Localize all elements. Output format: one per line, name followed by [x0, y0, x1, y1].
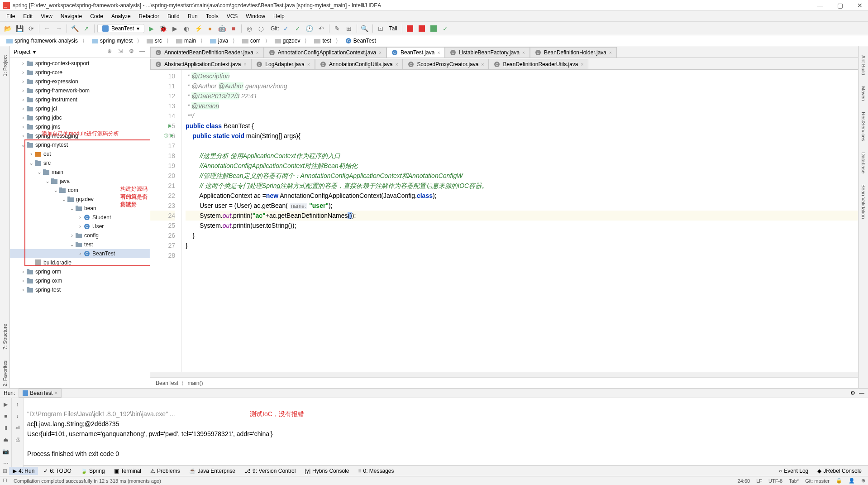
status-indent[interactable]: Tab*: [789, 478, 799, 484]
chevron-down-icon[interactable]: ▾: [33, 49, 36, 55]
breadcrumb-item[interactable]: java: [206, 37, 238, 44]
tree-toggle-icon[interactable]: ⌄: [69, 205, 75, 211]
tree-toggle-icon[interactable]: ⌄: [44, 178, 51, 184]
left-strip-structure[interactable]: 7: Structure: [1, 322, 9, 351]
menu-navigate[interactable]: Navigate: [57, 12, 86, 20]
editor-tab[interactable]: CBeanDefinitionHolder.java×: [530, 47, 617, 58]
coverage-icon[interactable]: ▶: [170, 24, 180, 34]
run-icon[interactable]: ▶: [146, 24, 156, 34]
sync-icon[interactable]: ⟳: [26, 24, 36, 34]
tree-row[interactable]: ›spring-jdbc: [10, 113, 150, 122]
breadcrumb-item[interactable]: main: [172, 37, 206, 44]
menu-edit[interactable]: Edit: [19, 12, 36, 20]
tree-toggle-icon[interactable]: ›: [69, 232, 75, 239]
status-encoding[interactable]: UTF-8: [768, 478, 782, 484]
tree-row[interactable]: ›out: [10, 149, 150, 158]
status-git[interactable]: Git: master: [805, 478, 830, 484]
layout-icon[interactable]: ⊞: [344, 24, 354, 34]
status-icon[interactable]: ☐: [3, 478, 7, 484]
tab-close-icon[interactable]: ×: [307, 62, 310, 67]
status-more-icon[interactable]: ⊕: [861, 478, 865, 484]
up-icon[interactable]: ↑: [13, 400, 22, 409]
tree-toggle-icon[interactable]: ›: [20, 96, 26, 103]
menu-file[interactable]: File: [3, 12, 19, 20]
run-config-tab[interactable]: BeanTest ×: [19, 389, 62, 398]
breadcrumb-item[interactable]: test: [310, 37, 341, 44]
more-icon[interactable]: ◌: [256, 24, 266, 34]
tree-row[interactable]: ⌄src: [10, 158, 150, 168]
tab-close-icon[interactable]: ×: [256, 50, 259, 55]
structure-icon[interactable]: ⊡: [376, 24, 386, 34]
tree-row[interactable]: ›CStudent: [10, 213, 150, 222]
editor-tab[interactable]: CScopedProxyCreator.java×: [403, 59, 489, 69]
tree-row[interactable]: ›spring-instrument: [10, 95, 150, 104]
exit-icon[interactable]: ⏏: [1, 435, 10, 444]
gear-icon[interactable]: ⚙: [127, 48, 135, 56]
tree-toggle-icon[interactable]: ›: [77, 223, 83, 230]
breadcrumb-item[interactable]: gqzdev: [271, 37, 311, 44]
tree-toggle-icon[interactable]: ›: [77, 214, 83, 221]
editor-tab[interactable]: CAbstractApplicationContext.java×: [150, 59, 251, 69]
menu-analyze[interactable]: Analyze: [108, 12, 134, 20]
search-icon[interactable]: 🔍: [360, 24, 370, 34]
status-cursor[interactable]: 24:60: [738, 478, 750, 484]
tree-toggle-icon[interactable]: ›: [20, 278, 26, 284]
pause-icon[interactable]: ⏸: [1, 423, 10, 432]
right-strip-maven[interactable]: Maven: [860, 84, 867, 103]
editor-tab[interactable]: CLogAdapter.java×: [251, 59, 315, 69]
breadcrumb-item[interactable]: src: [143, 37, 172, 44]
tree-toggle-icon[interactable]: ›: [20, 60, 26, 67]
tree-row[interactable]: ›spring-orm: [10, 267, 150, 276]
tree-row[interactable]: ⌄java: [10, 177, 150, 186]
right-strip-rest[interactable]: RestServices: [860, 110, 867, 143]
forward-icon[interactable]: →: [54, 24, 64, 34]
left-strip-project[interactable]: 1: Project: [1, 53, 9, 78]
menu-view[interactable]: View: [37, 12, 56, 20]
tree-toggle-icon[interactable]: ›: [20, 69, 26, 76]
editor-tab[interactable]: CAnnotationConfigApplicationContext.java…: [264, 47, 386, 58]
breadcrumb-item[interactable]: com: [238, 37, 271, 44]
tab-close-icon[interactable]: ×: [581, 62, 583, 67]
editor-bc-method[interactable]: main(): [187, 380, 205, 386]
run-gutter-icon[interactable]: ⓜ ▶: [164, 131, 174, 141]
menu-code[interactable]: Code: [86, 12, 107, 20]
editor-tab[interactable]: CBeanDefinitionReaderUtils.java×: [489, 59, 588, 69]
tree-toggle-icon[interactable]: ›: [20, 124, 26, 130]
tree-toggle-icon[interactable]: ⌄: [52, 187, 59, 193]
build-icon[interactable]: 🔨: [70, 24, 80, 34]
tree-row[interactable]: build.gradle: [10, 258, 150, 267]
tree-row[interactable]: ›config: [10, 231, 150, 240]
menu-tools[interactable]: Tools: [202, 12, 222, 20]
tree-toggle-icon[interactable]: ›: [77, 250, 83, 257]
jrebel-icon3[interactable]: [429, 24, 439, 34]
tab-close-icon[interactable]: ×: [609, 50, 612, 55]
project-tree[interactable]: 添加自己的module进行源码分析 构建好源码 写的第一个测试类 看环境是否搭建…: [10, 58, 150, 388]
tree-row[interactable]: ›spring-jcl: [10, 104, 150, 113]
tree-toggle-icon[interactable]: ›: [20, 287, 26, 293]
tab-close-icon[interactable]: ×: [437, 50, 440, 55]
tree-toggle-icon[interactable]: ›: [20, 87, 26, 94]
jrebel-icon1[interactable]: [405, 24, 415, 34]
collapse-icon[interactable]: ⇲: [116, 48, 124, 56]
left-strip-favorites[interactable]: 2: Favorites: [1, 359, 9, 388]
profile-icon[interactable]: ◐: [181, 24, 191, 34]
run-config-selector[interactable]: BeanTest ▾: [97, 24, 144, 33]
print-icon[interactable]: 🖨: [13, 435, 22, 444]
rerun-icon[interactable]: ▶: [1, 400, 10, 409]
gear-icon[interactable]: ⚙: [850, 390, 855, 396]
tree-toggle-icon[interactable]: ›: [20, 106, 26, 112]
edit-icon[interactable]: ✎: [332, 24, 342, 34]
tree-row[interactable]: ⌄main: [10, 168, 150, 177]
menu-help[interactable]: Help: [270, 12, 288, 20]
minimize-button[interactable]: —: [815, 2, 825, 9]
tree-toggle-icon[interactable]: ⌄: [20, 142, 26, 148]
wrap-icon[interactable]: ⏎: [13, 423, 22, 432]
tree-row[interactable]: ›spring-oxm: [10, 276, 150, 285]
menu-vcs[interactable]: VCS: [223, 12, 242, 20]
run-output[interactable]: "D:\Program Files\Java\jdk1.8.0_192\bin\…: [24, 398, 868, 470]
open-icon[interactable]: 📂: [3, 24, 13, 34]
tree-toggle-icon[interactable]: ⌄: [69, 241, 75, 248]
tab-close-icon[interactable]: ×: [522, 50, 525, 55]
stop-icon[interactable]: ■: [1, 412, 10, 421]
git-revert-icon[interactable]: ↶: [316, 24, 326, 34]
